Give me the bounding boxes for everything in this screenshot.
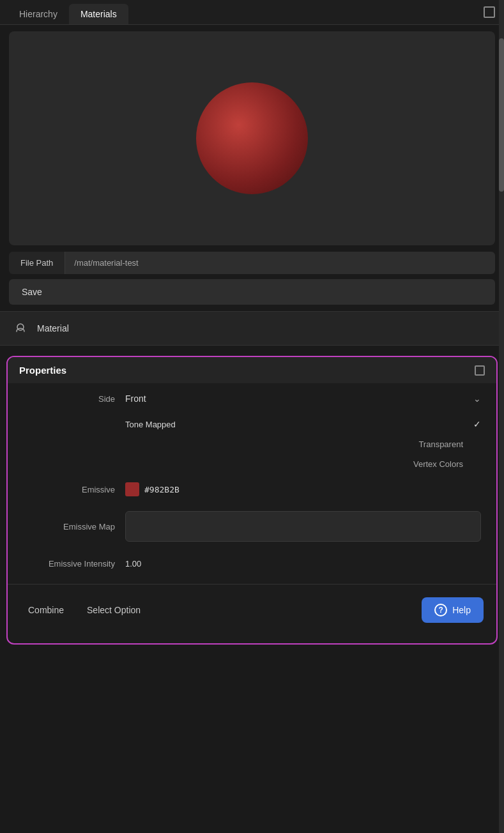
material-icon (11, 319, 29, 337)
material-row: Material (0, 311, 504, 346)
vertex-colors-row: Vertex Colors (8, 454, 496, 474)
transparent-row: Transparent (8, 434, 496, 454)
emissive-row: Emissive #982B2B (8, 474, 496, 505)
combine-button[interactable]: Combine (20, 600, 72, 620)
material-preview (9, 31, 495, 245)
tab-hierarchy[interactable]: Hierarchy (8, 4, 69, 24)
top-tabs-bar: Hierarchy Materials (0, 0, 504, 25)
vertex-colors-label: Vertex Colors (413, 459, 463, 469)
side-selected-value: Front (125, 394, 146, 404)
file-path-label: File Path (9, 252, 65, 274)
emissive-value-container: #982B2B (125, 482, 481, 496)
scrollbar-track[interactable] (499, 0, 504, 833)
tone-mapped-row: Tone Mapped ✓ (8, 414, 496, 434)
select-option-button[interactable]: Select Option (79, 600, 148, 620)
emissive-color-swatch[interactable] (125, 482, 139, 496)
tone-mapped-label: Tone Mapped (125, 420, 468, 429)
sphere-preview (196, 82, 308, 194)
file-path-row: File Path /mat/material-test (9, 252, 495, 274)
file-path-value: /mat/material-test (65, 252, 495, 274)
emissive-intensity-row: Emissive Intensity 1.00 (8, 548, 496, 579)
scrollbar-thumb[interactable] (499, 38, 504, 192)
save-button[interactable]: Save (9, 279, 495, 305)
properties-expand-icon[interactable] (475, 365, 485, 376)
properties-header: Properties (8, 357, 496, 383)
side-value[interactable]: Front ⌄ (125, 394, 481, 404)
emissive-intensity-value: 1.00 (125, 559, 481, 569)
emissive-map-input[interactable] (125, 511, 481, 542)
emissive-map-row: Emissive Map (8, 505, 496, 548)
emissive-map-input-container (125, 511, 481, 542)
side-dropdown[interactable]: Front ⌄ (125, 394, 481, 404)
emissive-map-label: Emissive Map (23, 522, 125, 531)
tab-materials[interactable]: Materials (69, 4, 128, 24)
material-label: Material (37, 323, 69, 333)
chevron-down-icon: ⌄ (473, 394, 481, 404)
properties-panel: Properties Side Front ⌄ Tone Mapped ✓ Tr… (6, 356, 498, 645)
emissive-intensity-label: Emissive Intensity (23, 559, 125, 569)
help-button[interactable]: ? Help (422, 597, 484, 623)
help-icon: ? (434, 604, 447, 616)
emissive-label: Emissive (23, 485, 125, 494)
tone-mapped-checkmark: ✓ (473, 419, 481, 429)
help-label: Help (452, 605, 471, 615)
side-row: Side Front ⌄ (8, 383, 496, 414)
intensity-number: 1.00 (125, 559, 141, 569)
side-label: Side (23, 394, 125, 404)
bottom-action-bar: Combine Select Option ? Help (8, 590, 496, 630)
emissive-color-hex: #982B2B (144, 485, 179, 494)
divider (8, 584, 496, 585)
transparent-label: Transparent (418, 439, 463, 449)
properties-title: Properties (19, 365, 66, 376)
maximize-icon[interactable] (484, 6, 495, 18)
